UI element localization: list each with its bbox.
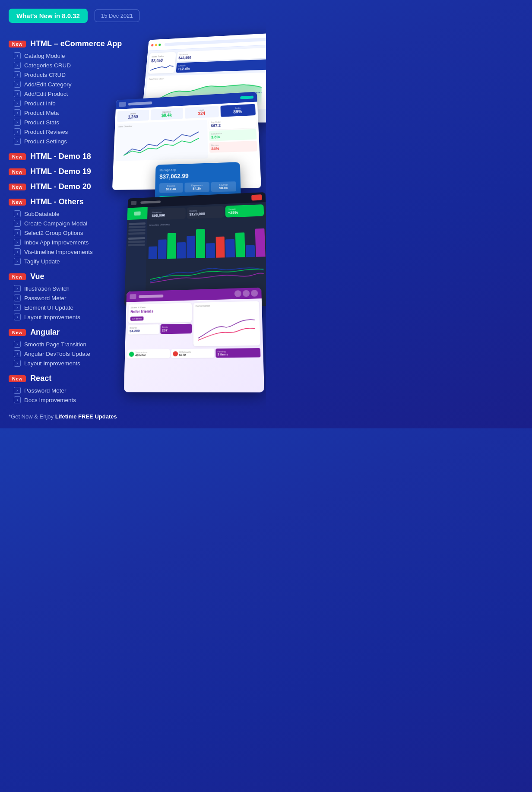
chevron-icon [14, 220, 21, 227]
list-item-label: Product Info [24, 100, 56, 107]
chevron-icon [14, 350, 21, 357]
list-item: Element UI Update [14, 303, 130, 312]
new-badge-demo18: New [9, 153, 26, 160]
chevron-icon [14, 109, 21, 116]
list-item-label: Create Campaign Modal [24, 220, 87, 227]
list-item: Create Campaign Modal [14, 219, 130, 228]
list-item-label: Password Meter [24, 295, 66, 301]
section-title-demo19: HTML - Demo 19 [30, 167, 91, 176]
left-panel: New HTML – eCommerce App Catalog Module … [9, 33, 130, 420]
ecommerce-list: Catalog Module Categories CRUD Products … [14, 51, 130, 146]
others-list: SubDatatable Create Campaign Modal Selec… [14, 209, 130, 266]
list-item: Inbox App Improvements [14, 238, 130, 247]
section-title-vue: Vue [30, 272, 44, 281]
list-item: Angular DevTools Update [14, 349, 130, 358]
list-item: Layout Improvements [14, 312, 130, 322]
list-item-label: Docs Improvements [24, 397, 76, 403]
list-item-label: Smooth Page Transition [24, 341, 86, 348]
chevron-icon [14, 341, 21, 348]
section-react: New React [9, 374, 130, 383]
list-item: Tagify Update [14, 257, 130, 266]
new-badge-others: New [9, 199, 26, 206]
section-html-demo19: New HTML - Demo 19 [9, 167, 130, 176]
section-html-demo20: New HTML - Demo 20 [9, 182, 130, 191]
chevron-icon [14, 295, 21, 301]
list-item: Add/Edit Product [14, 89, 130, 98]
new-badge-demo20: New [9, 184, 26, 190]
footer-text: *Get Now & Enjoy Lifetime FREE Updates [9, 413, 130, 420]
list-item: Product Settings [14, 136, 130, 146]
list-item: Layout Improvements [14, 358, 130, 368]
chevron-icon [14, 90, 21, 97]
new-badge-demo19: New [9, 168, 26, 175]
chevron-icon [14, 119, 21, 126]
new-badge-angular: New [9, 329, 26, 336]
chevron-icon [14, 396, 21, 403]
list-item-label: Select2 Group Options [24, 230, 83, 236]
section-title-angular: Angular [30, 328, 60, 337]
list-item-label: Product Stats [24, 119, 59, 126]
content-area: New HTML – eCommerce App Catalog Module … [9, 33, 257, 420]
list-item: Smooth Page Transition [14, 339, 130, 349]
chevron-icon [14, 71, 21, 78]
list-item: Vis-timeline Improvements [14, 247, 130, 257]
chevron-icon [14, 248, 21, 255]
list-item: Illustration Switch [14, 284, 130, 293]
new-badge-vue: New [9, 273, 26, 280]
chevron-icon [14, 387, 21, 394]
chevron-icon [14, 258, 21, 265]
list-item: Product Reviews [14, 127, 130, 136]
angular-list: Smooth Page Transition Angular DevTools … [14, 339, 130, 368]
list-item: SubDatatable [14, 209, 130, 219]
chevron-icon [14, 81, 21, 88]
list-item-label: Product Settings [24, 138, 67, 145]
chevron-icon [14, 210, 21, 217]
header-row: What's New in 8.0.32 15 Dec 2021 [9, 9, 257, 23]
whats-new-badge: What's New in 8.0.32 [9, 9, 88, 23]
vue-list: Illustration Switch Password Meter Eleme… [14, 284, 130, 322]
list-item-label: Inbox App Improvements [24, 239, 89, 246]
section-vue: New Vue [9, 272, 130, 281]
section-title-ecommerce: HTML – eCommerce App [30, 39, 122, 48]
chevron-icon [14, 100, 21, 107]
chevron-icon [14, 62, 21, 69]
list-item-label: Add/Edit Product [24, 91, 68, 97]
list-item: Select2 Group Options [14, 228, 130, 238]
list-item-label: Products CRUD [24, 72, 66, 78]
list-item: Catalog Module [14, 51, 130, 60]
chevron-icon [14, 229, 21, 236]
list-item-label: Vis-timeline Improvements [24, 249, 93, 255]
list-item-label: Layout Improvements [24, 314, 80, 320]
chevron-icon [14, 52, 21, 59]
list-item-label: Element UI Update [24, 304, 73, 311]
section-angular: New Angular [9, 328, 130, 337]
date-badge: 15 Dec 2021 [95, 10, 139, 22]
section-title-react: React [30, 374, 51, 383]
chevron-icon [14, 285, 21, 292]
section-html-others: New HTML - Others [9, 197, 130, 206]
list-item: Categories CRUD [14, 60, 130, 70]
list-item: Products CRUD [14, 70, 130, 79]
section-title-demo18: HTML - Demo 18 [30, 152, 91, 161]
list-item-label: SubDatatable [24, 211, 60, 217]
chevron-icon [14, 304, 21, 311]
list-item-label: Product Meta [24, 110, 59, 116]
chevron-icon [14, 138, 21, 145]
list-item-label: Angular DevTools Update [24, 351, 90, 357]
section-title-demo20: HTML - Demo 20 [30, 182, 91, 191]
list-item: Password Meter [14, 293, 130, 303]
list-item-label: Password Meter [24, 387, 66, 394]
chevron-icon [14, 239, 21, 246]
list-item: Add/Edit Category [14, 79, 130, 89]
mockup-purple-light: Share & Earn Refer friends Get Bonus Bal… [124, 288, 264, 393]
list-item-label: Layout Improvements [24, 360, 80, 367]
list-item: Product Stats [14, 117, 130, 127]
chevron-icon [14, 360, 21, 367]
list-item-label: Tagify Update [24, 258, 60, 265]
new-badge-react: New [9, 375, 26, 382]
chevron-icon [14, 128, 21, 135]
list-item-label: Categories CRUD [24, 62, 71, 69]
list-item: Product Meta [14, 108, 130, 117]
section-html-demo18: New HTML - Demo 18 [9, 152, 130, 161]
section-title-others: HTML - Others [30, 197, 84, 206]
